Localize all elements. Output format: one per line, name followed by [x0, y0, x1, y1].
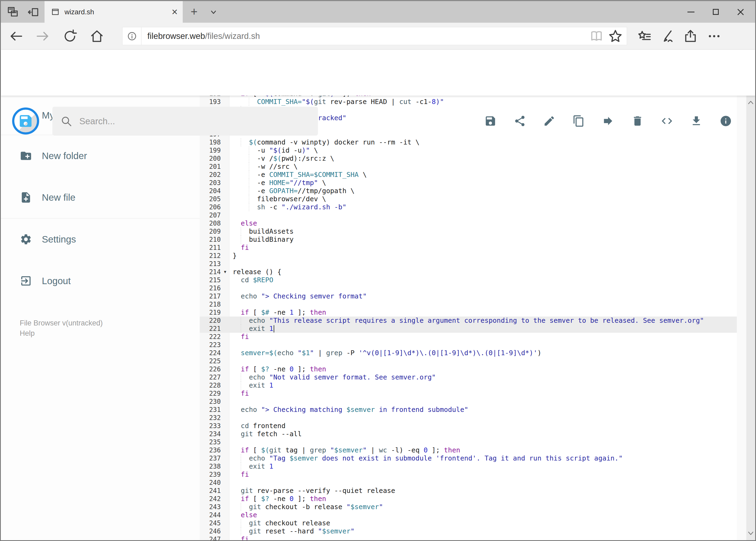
download-icon[interactable] [690, 115, 702, 127]
code-line-219[interactable]: 219 if [ $# -ne 1 ]; then [200, 308, 737, 316]
code-line-226[interactable]: 226 if [ $? -ne 0 ]; then [200, 365, 737, 373]
code-line-208[interactable]: 208 else [200, 219, 737, 228]
code-line-242[interactable]: 242 if [ $? -ne 0 ]; then [200, 495, 737, 503]
browser-tab[interactable]: wizard.sh × [45, 1, 183, 23]
code-line-221[interactable]: 221 exit 1 [200, 325, 737, 333]
tab-preview-icon[interactable] [7, 6, 19, 18]
forward-icon[interactable] [35, 29, 51, 44]
sidebar-item-logout[interactable]: Logout [1, 260, 200, 302]
code-icon[interactable] [661, 115, 673, 127]
code-line-237[interactable]: 237 echo "Tag $semver does not exist in … [200, 454, 737, 462]
info-icon[interactable] [720, 115, 732, 127]
floppy-disk-logo[interactable] [12, 108, 39, 135]
code-line-247[interactable]: 247 fi [200, 535, 737, 540]
code-line-241[interactable]: 241 git rev-parse --verify --quiet relea… [200, 487, 737, 495]
code-line-222[interactable]: 222 fi [200, 333, 737, 341]
sidebar-item-new-file[interactable]: New file [1, 177, 200, 218]
code-line-220[interactable]: 220 echo "This release script requires a… [200, 316, 737, 325]
address-bar[interactable]: filebrowser.web/files/wizard.sh [122, 27, 627, 45]
code-line-216[interactable]: 216 [200, 284, 737, 292]
help-link[interactable]: Help [20, 328, 200, 338]
code-line-204[interactable]: 204 -e GOPATH=//tmp/gopath \ [200, 187, 737, 195]
more-ellipsis-icon[interactable] [707, 29, 722, 44]
code-line-228[interactable]: 228 exit 1 [200, 381, 737, 389]
code-line-233[interactable]: 233 cd frontend [200, 422, 737, 430]
code-line-209[interactable]: 209 buildAssets [200, 228, 737, 236]
code-line-210[interactable]: 210 buildBinary [200, 236, 737, 244]
code-line-202[interactable]: 202 -e COMMIT_SHA=$COMMIT_SHA \ [200, 171, 737, 179]
code-line-240[interactable]: 240 [200, 479, 737, 487]
code-line-200[interactable]: 200 -v /$(pwd):/src:z \ [200, 155, 737, 163]
code-line-198[interactable]: 198 $(command -v winpty) docker run --rm… [200, 138, 737, 146]
code-line-203[interactable]: 203 -e HOME="//tmp" \ [200, 179, 737, 187]
search-box[interactable] [52, 107, 318, 136]
share-icon[interactable] [683, 29, 698, 44]
code-line-232[interactable]: 232 [200, 414, 737, 422]
code-line-218[interactable]: 218 [200, 300, 737, 308]
favorite-star-icon[interactable] [608, 29, 623, 44]
code-line-235[interactable]: 235 [200, 438, 737, 446]
code-line-230[interactable]: 230 [200, 397, 737, 406]
code-line-234[interactable]: 234 git fetch --all [200, 430, 737, 438]
code-line-224[interactable]: 224 semver=$(echo "$1" | grep -P '^v(0|[… [200, 349, 737, 357]
code-line-223[interactable]: 223 [200, 341, 737, 349]
home-icon[interactable] [89, 29, 105, 44]
minimize-icon[interactable] [678, 1, 703, 23]
tab-list-caret-icon[interactable] [208, 7, 219, 18]
web-note-pen-icon[interactable] [660, 29, 675, 44]
sidebar-item-settings[interactable]: Settings [1, 219, 200, 260]
code-line-214[interactable]: 214▾release () { [200, 268, 737, 276]
code-line-212[interactable]: 212} [200, 252, 737, 260]
code-line-244[interactable]: 244 else [200, 511, 737, 519]
set-tabs-aside-icon[interactable] [27, 6, 40, 18]
share-icon[interactable] [514, 115, 526, 127]
code-line-211[interactable]: 211 fi [200, 244, 737, 252]
code-line-236[interactable]: 236 if [ $(git tag | grep "$semver" | wc… [200, 446, 737, 454]
copy-icon[interactable] [573, 115, 585, 127]
line-number: 225 [200, 357, 221, 365]
code-line-238[interactable]: 238 exit 1 [200, 462, 737, 470]
code-line-192[interactable]: 192 if [ "$(command -v git)" ]; then [200, 96, 737, 98]
code-line-245[interactable]: 245 git checkout release [200, 519, 737, 527]
edit-icon[interactable] [543, 115, 556, 127]
code-line-239[interactable]: 239 fi [200, 470, 737, 479]
code-line-201[interactable]: 201 -w //src \ [200, 163, 737, 171]
code-line-205[interactable]: 205 filebrowser/dev \ [200, 195, 737, 203]
code-line-193[interactable]: 193 COMMIT_SHA="$(git rev-parse HEAD | c… [200, 98, 737, 106]
search-input[interactable] [79, 116, 301, 126]
code-line-229[interactable]: 229 fi [200, 389, 737, 397]
scroll-down-icon[interactable] [746, 528, 755, 539]
code-line-231[interactable]: 231 echo "> Checking matching $semver in… [200, 406, 737, 414]
maximize-icon[interactable] [703, 1, 728, 23]
reading-view-icon[interactable] [589, 29, 604, 44]
url-text[interactable]: filebrowser.web/files/wizard.sh [147, 31, 589, 41]
code-line-213[interactable]: 213 [200, 260, 737, 268]
sidebar-item-new-folder[interactable]: New folder [1, 135, 200, 177]
line-number: 222 [200, 333, 221, 341]
refresh-icon[interactable] [62, 29, 78, 44]
code-line-199[interactable]: 199 -u "$(id -u)" \ [200, 146, 737, 155]
code-line-227[interactable]: 227 echo "Not valid semver format. See s… [200, 373, 737, 381]
code-line-206[interactable]: 206 sh -c "./wizard.sh -b" [200, 203, 737, 211]
code-editor[interactable]: 192 if [ "$(command -v git)" ]; then193 … [200, 96, 737, 540]
site-info-icon[interactable] [123, 27, 141, 45]
scroll-up-icon[interactable] [746, 97, 755, 108]
hub-favorites-icon[interactable] [637, 29, 652, 44]
code-line-243[interactable]: 243 git checkout -b release "$semver" [200, 503, 737, 511]
fold-gutter [221, 535, 229, 540]
code-line-246[interactable]: 246 git reset --hard "$semver" [200, 527, 737, 535]
delete-icon[interactable] [631, 115, 644, 127]
move-icon[interactable] [602, 115, 614, 127]
code-line-207[interactable]: 207 [200, 211, 737, 219]
code-line-215[interactable]: 215 cd $REPO [200, 276, 737, 284]
close-tab-icon[interactable]: × [166, 4, 183, 20]
code-line-217[interactable]: 217 echo "> Checking semver format" [200, 292, 737, 300]
page-scrollbar[interactable] [746, 96, 755, 540]
new-tab-icon[interactable]: + [187, 5, 200, 18]
back-icon[interactable] [8, 29, 24, 44]
code-line-225[interactable]: 225 [200, 357, 737, 365]
close-icon[interactable] [728, 1, 753, 23]
indent-guide [241, 325, 241, 333]
fold-marker-icon[interactable]: ▾ [221, 268, 229, 276]
save-icon[interactable] [484, 115, 497, 127]
